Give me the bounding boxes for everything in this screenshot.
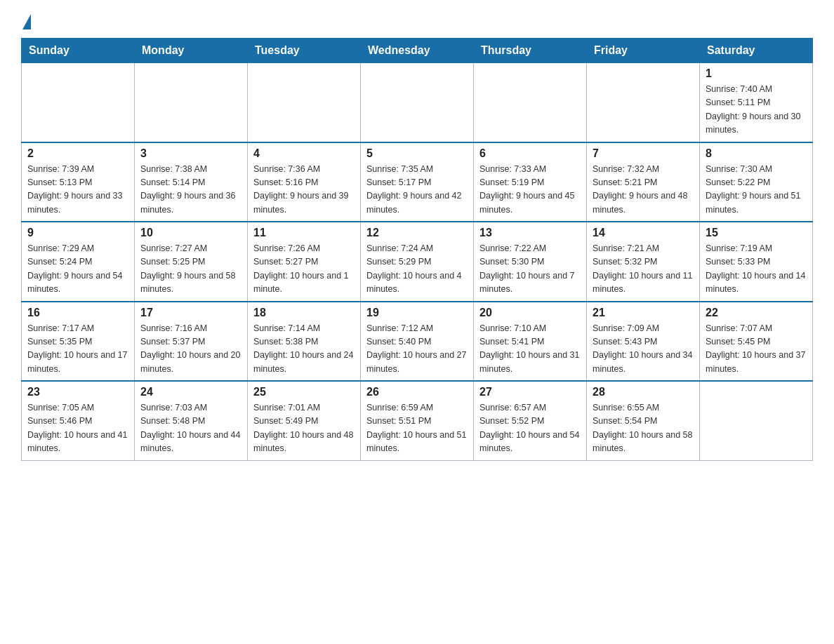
calendar-cell: 28Sunrise: 6:55 AMSunset: 5:54 PMDayligh… xyxy=(587,381,700,460)
calendar-cell: 20Sunrise: 7:10 AMSunset: 5:41 PMDayligh… xyxy=(474,302,587,382)
day-info: Sunrise: 7:30 AMSunset: 5:22 PMDaylight:… xyxy=(706,163,807,217)
calendar-cell: 4Sunrise: 7:36 AMSunset: 5:16 PMDaylight… xyxy=(248,142,361,222)
day-number: 12 xyxy=(366,227,468,239)
calendar-cell xyxy=(700,381,813,460)
weekday-header-thursday: Thursday xyxy=(474,39,587,63)
day-info: Sunrise: 7:27 AMSunset: 5:25 PMDaylight:… xyxy=(140,242,241,297)
day-number: 3 xyxy=(140,147,241,160)
day-info: Sunrise: 6:57 AMSunset: 5:52 PMDaylight:… xyxy=(479,401,581,456)
calendar-cell: 12Sunrise: 7:24 AMSunset: 5:29 PMDayligh… xyxy=(361,222,474,302)
day-info: Sunrise: 7:32 AMSunset: 5:21 PMDaylight:… xyxy=(593,163,694,217)
calendar-week-row: 9Sunrise: 7:29 AMSunset: 5:24 PMDaylight… xyxy=(22,222,813,302)
day-info: Sunrise: 7:16 AMSunset: 5:37 PMDaylight:… xyxy=(140,322,241,377)
calendar-cell: 14Sunrise: 7:21 AMSunset: 5:32 PMDayligh… xyxy=(587,222,700,302)
calendar-cell: 9Sunrise: 7:29 AMSunset: 5:24 PMDaylight… xyxy=(22,222,135,302)
day-number: 2 xyxy=(27,147,128,160)
day-number: 11 xyxy=(253,227,355,239)
calendar-cell: 7Sunrise: 7:32 AMSunset: 5:21 PMDaylight… xyxy=(587,142,700,222)
day-info: Sunrise: 7:40 AMSunset: 5:11 PMDaylight:… xyxy=(706,83,807,137)
day-info: Sunrise: 7:38 AMSunset: 5:14 PMDaylight:… xyxy=(140,163,241,217)
weekday-header-friday: Friday xyxy=(587,39,700,63)
day-info: Sunrise: 7:22 AMSunset: 5:30 PMDaylight:… xyxy=(479,242,581,297)
day-number: 25 xyxy=(253,386,355,398)
calendar-cell: 1Sunrise: 7:40 AMSunset: 5:11 PMDaylight… xyxy=(700,63,813,142)
calendar-cell: 19Sunrise: 7:12 AMSunset: 5:40 PMDayligh… xyxy=(361,302,474,382)
day-number: 28 xyxy=(593,386,694,398)
page-header xyxy=(21,14,813,31)
calendar-cell: 23Sunrise: 7:05 AMSunset: 5:46 PMDayligh… xyxy=(22,381,135,460)
calendar-cell xyxy=(587,63,700,142)
day-number: 19 xyxy=(366,307,468,319)
logo xyxy=(21,14,32,31)
day-info: Sunrise: 7:36 AMSunset: 5:16 PMDaylight:… xyxy=(253,163,355,217)
day-info: Sunrise: 7:07 AMSunset: 5:45 PMDaylight:… xyxy=(706,322,807,377)
day-number: 26 xyxy=(366,386,468,398)
day-number: 9 xyxy=(27,227,128,239)
calendar-cell: 5Sunrise: 7:35 AMSunset: 5:17 PMDaylight… xyxy=(361,142,474,222)
day-info: Sunrise: 7:24 AMSunset: 5:29 PMDaylight:… xyxy=(366,242,468,297)
calendar-cell: 3Sunrise: 7:38 AMSunset: 5:14 PMDaylight… xyxy=(135,142,248,222)
calendar-week-row: 2Sunrise: 7:39 AMSunset: 5:13 PMDaylight… xyxy=(22,142,813,222)
day-number: 22 xyxy=(706,307,807,319)
calendar-cell: 22Sunrise: 7:07 AMSunset: 5:45 PMDayligh… xyxy=(700,302,813,382)
day-number: 7 xyxy=(593,147,694,160)
day-info: Sunrise: 7:01 AMSunset: 5:49 PMDaylight:… xyxy=(253,401,355,456)
day-number: 5 xyxy=(366,147,468,160)
calendar-cell: 15Sunrise: 7:19 AMSunset: 5:33 PMDayligh… xyxy=(700,222,813,302)
calendar-cell xyxy=(22,63,135,142)
day-number: 4 xyxy=(253,147,355,160)
day-info: Sunrise: 7:05 AMSunset: 5:46 PMDaylight:… xyxy=(27,401,128,456)
weekday-header-saturday: Saturday xyxy=(700,39,813,63)
day-number: 14 xyxy=(593,227,694,239)
calendar-cell xyxy=(248,63,361,142)
day-info: Sunrise: 6:59 AMSunset: 5:51 PMDaylight:… xyxy=(366,401,468,456)
day-number: 23 xyxy=(27,386,128,398)
day-number: 21 xyxy=(593,307,694,319)
day-info: Sunrise: 7:33 AMSunset: 5:19 PMDaylight:… xyxy=(479,163,581,217)
day-number: 6 xyxy=(479,147,581,160)
calendar-week-row: 16Sunrise: 7:17 AMSunset: 5:35 PMDayligh… xyxy=(22,302,813,382)
day-number: 8 xyxy=(706,147,807,160)
calendar-cell: 11Sunrise: 7:26 AMSunset: 5:27 PMDayligh… xyxy=(248,222,361,302)
day-number: 13 xyxy=(479,227,581,239)
weekday-header-wednesday: Wednesday xyxy=(361,39,474,63)
calendar-cell: 26Sunrise: 6:59 AMSunset: 5:51 PMDayligh… xyxy=(361,381,474,460)
day-info: Sunrise: 7:35 AMSunset: 5:17 PMDaylight:… xyxy=(366,163,468,217)
day-info: Sunrise: 7:17 AMSunset: 5:35 PMDaylight:… xyxy=(27,322,128,377)
calendar-header-row: SundayMondayTuesdayWednesdayThursdayFrid… xyxy=(22,39,813,63)
day-info: Sunrise: 7:29 AMSunset: 5:24 PMDaylight:… xyxy=(27,242,128,297)
calendar-cell xyxy=(135,63,248,142)
day-number: 10 xyxy=(140,227,241,239)
calendar-table: SundayMondayTuesdayWednesdayThursdayFrid… xyxy=(21,38,813,461)
calendar-cell: 21Sunrise: 7:09 AMSunset: 5:43 PMDayligh… xyxy=(587,302,700,382)
day-number: 18 xyxy=(253,307,355,319)
calendar-cell: 16Sunrise: 7:17 AMSunset: 5:35 PMDayligh… xyxy=(22,302,135,382)
day-number: 27 xyxy=(479,386,581,398)
calendar-cell: 13Sunrise: 7:22 AMSunset: 5:30 PMDayligh… xyxy=(474,222,587,302)
calendar-cell: 18Sunrise: 7:14 AMSunset: 5:38 PMDayligh… xyxy=(248,302,361,382)
day-info: Sunrise: 7:21 AMSunset: 5:32 PMDaylight:… xyxy=(593,242,694,297)
calendar-cell: 6Sunrise: 7:33 AMSunset: 5:19 PMDaylight… xyxy=(474,142,587,222)
day-info: Sunrise: 7:26 AMSunset: 5:27 PMDaylight:… xyxy=(253,242,355,297)
day-number: 20 xyxy=(479,307,581,319)
day-info: Sunrise: 7:39 AMSunset: 5:13 PMDaylight:… xyxy=(27,163,128,217)
calendar-cell: 27Sunrise: 6:57 AMSunset: 5:52 PMDayligh… xyxy=(474,381,587,460)
day-info: Sunrise: 7:14 AMSunset: 5:38 PMDaylight:… xyxy=(253,322,355,377)
calendar-week-row: 23Sunrise: 7:05 AMSunset: 5:46 PMDayligh… xyxy=(22,381,813,460)
calendar-cell: 25Sunrise: 7:01 AMSunset: 5:49 PMDayligh… xyxy=(248,381,361,460)
day-number: 24 xyxy=(140,386,241,398)
weekday-header-tuesday: Tuesday xyxy=(248,39,361,63)
calendar-cell: 8Sunrise: 7:30 AMSunset: 5:22 PMDaylight… xyxy=(700,142,813,222)
calendar-cell: 10Sunrise: 7:27 AMSunset: 5:25 PMDayligh… xyxy=(135,222,248,302)
day-info: Sunrise: 7:10 AMSunset: 5:41 PMDaylight:… xyxy=(479,322,581,377)
day-info: Sunrise: 7:12 AMSunset: 5:40 PMDaylight:… xyxy=(366,322,468,377)
weekday-header-monday: Monday xyxy=(135,39,248,63)
day-number: 1 xyxy=(706,67,807,80)
day-number: 16 xyxy=(27,307,128,319)
calendar-cell xyxy=(474,63,587,142)
day-info: Sunrise: 7:03 AMSunset: 5:48 PMDaylight:… xyxy=(140,401,241,456)
calendar-cell xyxy=(361,63,474,142)
day-info: Sunrise: 6:55 AMSunset: 5:54 PMDaylight:… xyxy=(593,401,694,456)
logo-triangle-icon xyxy=(22,14,31,29)
calendar-cell: 24Sunrise: 7:03 AMSunset: 5:48 PMDayligh… xyxy=(135,381,248,460)
